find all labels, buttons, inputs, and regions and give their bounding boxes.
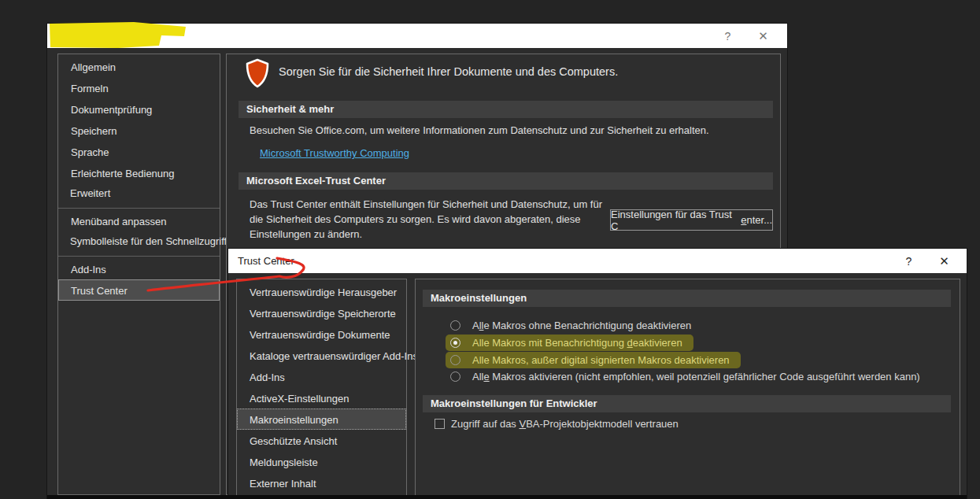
tc-nav-item-label: Meldungsleiste	[250, 456, 318, 468]
tc-nav-item-label: Geschützte Ansicht	[250, 435, 337, 447]
vba-access-checkbox-row[interactable]: Zugriff auf das VBA-Projektobjektmodell …	[435, 418, 679, 430]
sidebar-item[interactable]: Dokumentprüfung	[58, 98, 220, 120]
sidebar-item-label: Menüband anpassen	[71, 216, 166, 227]
tc-nav-item-label: ActiveX-Einstellungen	[250, 393, 349, 405]
section-header-excel-trust-center: Microsoft Excel-Trust Center	[239, 172, 773, 190]
tc-nav-item[interactable]: Vertrauenswürdige Speicherorte	[237, 302, 406, 323]
tc-nav-item[interactable]: Meldungsleiste	[237, 451, 406, 472]
sidebar-item-label: Trust Center	[71, 285, 128, 297]
macro-radio-label: Alle Makros mit Benachrichtigung deaktiv…	[472, 337, 682, 349]
sidebar-item[interactable]: Sprache	[58, 141, 220, 162]
sidebar-item[interactable]: Symbolleiste für den Schnellzugriff	[58, 231, 220, 257]
sidebar-item-label: Erweitert	[70, 187, 110, 199]
macro-radio-option[interactable]: Alle Makros mit Benachrichtigung deaktiv…	[446, 335, 693, 351]
tc-nav-item-label: Vertrauenswürdige Speicherorte	[250, 308, 396, 320]
tc-nav-item[interactable]: ActiveX-Einstellungen	[237, 387, 406, 408]
sidebar-item-label: Symbolleiste für den Schnellzugriff	[70, 235, 227, 247]
trust-center-titlebar: Trust Center ? ✕	[228, 249, 967, 273]
close-button[interactable]: ✕	[745, 24, 781, 48]
tc-nav-item[interactable]: Add-Ins	[237, 366, 406, 387]
macro-radio-label: Alle Makros aktivieren (nicht empfohlen,…	[472, 371, 920, 383]
sidebar-item-label: Add-Ins	[71, 264, 106, 275]
tc-nav-item-label: Add-Ins	[250, 371, 285, 383]
sidebar-item-label: Allgemein	[71, 61, 116, 73]
tc-nav-item-label: Vertrauenswürdige Herausgeber	[250, 286, 397, 298]
tc-help-button[interactable]: ?	[891, 249, 926, 273]
tc-nav-item-label: Externer Inhalt	[250, 478, 316, 490]
tc-nav-item[interactable]: Externer Inhalt	[237, 472, 406, 493]
radio-button-icon[interactable]	[450, 371, 460, 382]
macro-settings-panel: Makroeinstellungen Alle Makros ohne Bena…	[415, 279, 960, 499]
sidebar-item[interactable]: Speichern	[58, 120, 220, 141]
macro-radio-label: Alle Makros ohne Benachrichtigung deakti…	[472, 320, 691, 331]
tc-nav-item-label: Makroeinstellungen	[250, 414, 338, 426]
checkbox-icon[interactable]	[435, 419, 445, 429]
tc-nav-item[interactable]: Vertrauenswürdige Dokumente	[237, 323, 406, 345]
section-header-macro-settings: Makroeinstellungen	[423, 290, 951, 307]
tc-nav-item-label: Kataloge vertrauenswürdiger Add-Ins	[250, 350, 418, 362]
sidebar-item-label: Dokumentprüfung	[71, 104, 152, 116]
section-header-security: Sicherheit & mehr	[239, 101, 773, 118]
tc-nav-item[interactable]: Makroeinstellungen	[237, 408, 406, 430]
screen-bottom-edge	[47, 495, 967, 499]
trust-center-description: Das Trust Center enthält Einstellungen f…	[250, 197, 613, 242]
radio-button-icon[interactable]	[450, 320, 460, 331]
vba-access-checkbox-label: Zugriff auf das VBA-Projektobjektmodell …	[451, 418, 679, 430]
tc-nav-item[interactable]: Geschützte Ansicht	[237, 430, 406, 451]
trust-center-dialog: Trust Center ? ✕ Vertrauenswürdige Herau…	[228, 249, 967, 499]
sidebar-item-label: Sprache	[71, 146, 109, 158]
excel-options-sidebar: Allgemein Formeln Dokumentprüfung Speich…	[57, 54, 220, 495]
radio-button-icon[interactable]	[450, 355, 460, 365]
tc-nav-item[interactable]: Kataloge vertrauenswürdiger Add-Ins	[237, 345, 406, 366]
sidebar-item-label: Erleichterte Bedienung	[71, 168, 175, 179]
sidebar-item-label: Speichern	[71, 125, 117, 137]
sidebar-item[interactable]: Menüband anpassen	[58, 210, 220, 231]
tc-nav-item[interactable]: Vertrauenswürdige Herausgeber	[237, 281, 406, 302]
security-shield-icon	[245, 58, 270, 88]
sidebar-item[interactable]: Erleichterte Bedienung	[58, 162, 220, 183]
sidebar-item[interactable]: Add-Ins	[58, 258, 220, 279]
macro-radio-option[interactable]: Alle Makros aktivieren (nicht empfohlen,…	[446, 368, 931, 385]
sidebar-item[interactable]: Erweitert	[58, 183, 220, 209]
trustworthy-computing-link[interactable]: Microsoft Trustworthy Computing	[260, 147, 409, 159]
excel-options-title: Excel-Optionen	[47, 30, 127, 42]
sidebar-item[interactable]: Formeln	[58, 77, 220, 98]
screen: Excel-Optionen ? ✕ Allgemein Formeln Dok…	[0, 0, 980, 499]
help-button[interactable]: ?	[710, 24, 745, 48]
radio-button-icon[interactable]	[450, 338, 460, 348]
office-privacy-text: Besuchen Sie Office.com, um weitere Info…	[250, 124, 769, 136]
tc-nav-item-label: Vertrauenswürdige Dokumente	[250, 329, 390, 341]
trust-center-title: Trust Center	[228, 255, 294, 267]
security-heading: Sorgen Sie für die Sicherheit Ihrer Doku…	[279, 65, 618, 78]
sidebar-item[interactable]: Trust Center	[58, 279, 220, 301]
excel-options-titlebar: Excel-Optionen ? ✕	[47, 24, 787, 48]
section-header-developer-macro-settings: Makroeinstellungen für Entwickler	[423, 395, 951, 412]
macro-radio-option[interactable]: Alle Makros ohne Benachrichtigung deakti…	[446, 317, 702, 334]
trust-center-settings-button[interactable]: Einstellungen für das Trust Center...	[610, 209, 773, 231]
macro-radio-label: Alle Makros, außer digital signierten Ma…	[472, 354, 730, 366]
trust-center-nav: Vertrauenswürdige Herausgeber Vertrauens…	[236, 279, 407, 499]
sidebar-item-label: Formeln	[71, 83, 109, 94]
tc-close-button[interactable]: ✕	[926, 249, 962, 273]
macro-radio-option[interactable]: Alle Makros, außer digital signierten Ma…	[446, 352, 741, 368]
sidebar-item[interactable]: Allgemein	[58, 56, 220, 77]
